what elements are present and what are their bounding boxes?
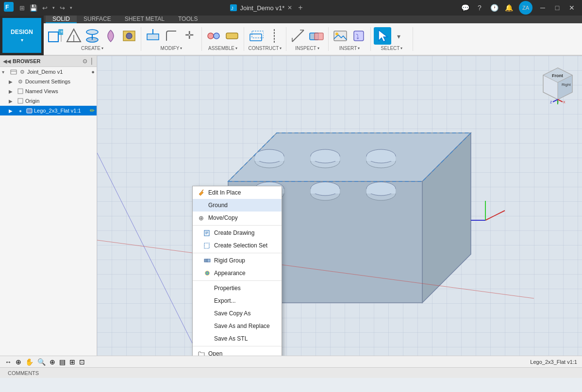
svg-rect-28 bbox=[315, 33, 323, 40]
ctx-save-as-stl[interactable]: Save As STL bbox=[193, 332, 282, 345]
offset-plane-btn[interactable] bbox=[247, 27, 265, 45]
ctx-export[interactable]: Export... bbox=[193, 294, 282, 307]
redo-dropdown-btn[interactable]: ▾ bbox=[68, 4, 74, 11]
comments-tab[interactable]: COMMENTS bbox=[4, 369, 43, 377]
ctx-properties[interactable]: Properties bbox=[193, 282, 282, 294]
zoom-extents-btn[interactable]: 🔍 bbox=[37, 358, 46, 366]
joint-btn[interactable] bbox=[205, 27, 222, 45]
ribbon-group-create: + bbox=[44, 27, 141, 51]
move-btn[interactable]: ✛ bbox=[181, 27, 199, 45]
assemble-label[interactable]: ASSEMBLE ▾ bbox=[208, 46, 237, 51]
win-minimize-btn[interactable]: ─ bbox=[536, 1, 549, 14]
close-tab-btn[interactable]: ✕ bbox=[287, 4, 292, 11]
tab-tools[interactable]: TOOLS bbox=[171, 16, 204, 23]
tree-doc-settings[interactable]: ▶ ⚙ Document Settings bbox=[0, 77, 97, 86]
grid-btn[interactable]: ⊞ bbox=[69, 358, 75, 366]
sections-btn[interactable]: ⊡ bbox=[79, 358, 85, 366]
ctx-rigid-group[interactable]: Rigid Group bbox=[193, 254, 282, 267]
inspect-icons bbox=[289, 27, 325, 45]
svg-rect-4 bbox=[49, 32, 58, 42]
lego-visibility-icon: ● bbox=[17, 107, 24, 114]
inspect-label[interactable]: INSPECT ▾ bbox=[295, 46, 319, 51]
orbit-btn[interactable]: ↔ bbox=[5, 358, 12, 366]
profile-btn[interactable]: ZA bbox=[519, 1, 532, 15]
origin-label: Origin bbox=[25, 98, 39, 104]
doc-settings-label: Document Settings bbox=[25, 79, 70, 84]
undo-dropdown-btn[interactable]: ▾ bbox=[50, 4, 57, 11]
select-dropdown-btn[interactable]: ▾ bbox=[392, 27, 410, 45]
svg-rect-37 bbox=[18, 98, 23, 103]
insert-label[interactable]: INSERT ▾ bbox=[339, 46, 360, 51]
select-label[interactable]: SELECT ▾ bbox=[381, 46, 403, 51]
open-icon bbox=[198, 350, 205, 356]
tab-surface[interactable]: SURFACE bbox=[77, 16, 118, 23]
extrude-btn[interactable] bbox=[83, 27, 101, 45]
history-btn[interactable]: 🕐 bbox=[488, 1, 500, 14]
tree-named-views[interactable]: ▶ Named Views bbox=[0, 86, 97, 96]
ctx-open[interactable]: Open bbox=[193, 347, 282, 356]
tab-solid[interactable]: SOLID bbox=[46, 16, 77, 23]
viewport[interactable]: Front Right Y X Z Edit In Pl bbox=[97, 56, 582, 356]
root-arrow: ▾ bbox=[2, 69, 9, 75]
grab-btn[interactable]: ✋ bbox=[25, 358, 33, 366]
decal-btn[interactable]: ⤵ bbox=[350, 27, 367, 45]
browser-search-btn[interactable]: ⊙ bbox=[83, 58, 87, 65]
svg-point-18 bbox=[208, 33, 214, 39]
axis-btn[interactable] bbox=[266, 27, 283, 45]
save-copy-as-icon bbox=[203, 310, 211, 317]
tree-root[interactable]: ▾ ⚙ Joint_Demo v1 ● bbox=[0, 67, 97, 77]
browser-back-btn[interactable]: ◀◀ bbox=[3, 58, 11, 65]
win-close-btn[interactable]: ✕ bbox=[565, 1, 578, 14]
root-gear-icon: ⚙ bbox=[18, 68, 26, 76]
tree-lego-part[interactable]: ▶ ● Lego_2x3_Flat v1:1 ✏ bbox=[0, 106, 97, 115]
create-label[interactable]: CREATE ▾ bbox=[81, 46, 103, 51]
zoom-btn[interactable]: ⊕ bbox=[50, 358, 55, 366]
help-btn[interactable]: ? bbox=[473, 1, 486, 14]
svg-line-77 bbox=[202, 190, 203, 191]
ctx-create-selection-set[interactable]: Create Selection Set bbox=[193, 239, 282, 252]
ctx-save-copy-as[interactable]: Save Copy As bbox=[193, 307, 282, 320]
create-sketch-btn[interactable] bbox=[65, 27, 83, 45]
ctx-ground[interactable]: Ground bbox=[193, 199, 282, 212]
tree-origin[interactable]: ▶ Origin bbox=[0, 96, 97, 106]
save-btn[interactable]: 💾 bbox=[28, 3, 39, 13]
hole-btn[interactable] bbox=[120, 27, 138, 45]
visibility-icon[interactable]: ● bbox=[91, 69, 95, 75]
selected-object-name: Lego_2x3_Flat v1:1 bbox=[530, 359, 577, 365]
tab-sheet-metal[interactable]: SHEET METAL bbox=[118, 16, 171, 23]
new-component-btn[interactable]: + bbox=[47, 27, 64, 45]
ctx-move-copy[interactable]: ⊕ Move/Copy bbox=[193, 212, 282, 224]
fillet-btn[interactable] bbox=[163, 27, 180, 45]
design-menu-btn[interactable]: DESIGN ▾ bbox=[2, 18, 41, 53]
svg-text:⊕: ⊕ bbox=[199, 214, 204, 221]
modify-label[interactable]: MODIFY ▾ bbox=[161, 46, 183, 51]
ctx-edit-in-place[interactable]: Edit In Place bbox=[193, 186, 282, 199]
context-menu: Edit In Place Ground ⊕ Move/Copy Create bbox=[192, 186, 282, 356]
new-tab-btn[interactable]: + bbox=[298, 3, 302, 12]
ctx-edit-in-place-label: Edit In Place bbox=[208, 189, 277, 196]
display-mode-btn[interactable]: ▤ bbox=[59, 358, 66, 366]
ctx-save-as-replace[interactable]: Save As and Replace bbox=[193, 320, 282, 332]
orientation-gizmo[interactable]: Front Right Y X Z bbox=[538, 65, 572, 99]
revolve-btn[interactable] bbox=[102, 27, 119, 45]
chat-btn[interactable]: 💬 bbox=[459, 1, 471, 14]
assemble-icons bbox=[205, 27, 241, 45]
undo-btn[interactable]: ↩ bbox=[40, 3, 50, 13]
as-built-joint-btn[interactable] bbox=[223, 27, 241, 45]
ctx-create-drawing[interactable]: Create Drawing bbox=[193, 227, 282, 239]
root-label: Joint_Demo v1 bbox=[27, 69, 63, 75]
notify-btn[interactable]: 🔔 bbox=[502, 1, 515, 14]
win-maximize-btn[interactable]: □ bbox=[551, 1, 564, 14]
home-btn[interactable]: ⊞ bbox=[17, 3, 27, 13]
browser-options-btn[interactable]: │ bbox=[90, 58, 94, 65]
measure-btn[interactable] bbox=[289, 27, 307, 45]
redo-btn[interactable]: ↪ bbox=[58, 3, 67, 13]
insert-image-btn[interactable] bbox=[332, 27, 349, 45]
pan-btn[interactable]: ⊕ bbox=[16, 358, 21, 366]
construct-label[interactable]: CONSTRUCT ▾ bbox=[249, 46, 282, 51]
press-pull-btn[interactable] bbox=[144, 27, 162, 45]
ctx-rigid-group-label: Rigid Group bbox=[214, 257, 277, 264]
select-btn[interactable] bbox=[374, 27, 391, 45]
ctx-appearance[interactable]: Appearance bbox=[193, 267, 282, 279]
interference-btn[interactable] bbox=[308, 27, 325, 45]
